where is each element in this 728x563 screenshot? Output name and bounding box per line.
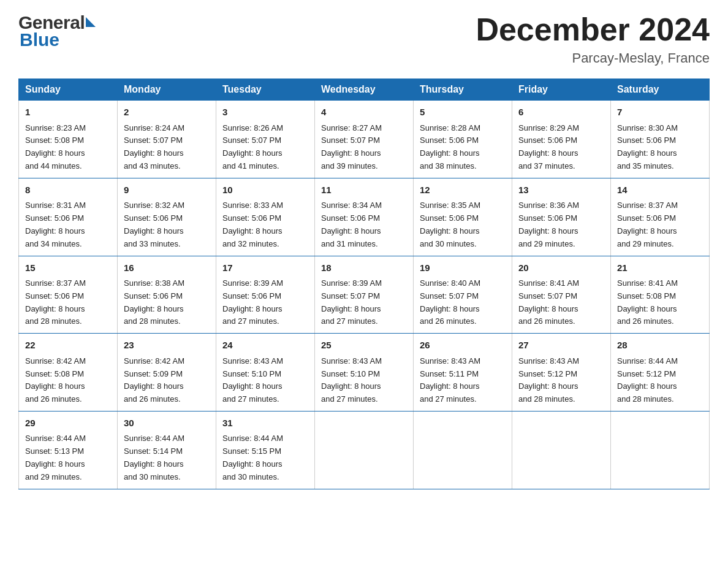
table-row: 18 Sunrise: 8:39 AMSunset: 5:07 PMDaylig… (315, 256, 414, 334)
day-info: Sunrise: 8:43 AMSunset: 5:10 PMDaylight:… (222, 356, 283, 404)
calendar-week-row: 1 Sunrise: 8:23 AMSunset: 5:08 PMDayligh… (19, 101, 710, 178)
table-row: 6 Sunrise: 8:29 AMSunset: 5:06 PMDayligh… (512, 101, 611, 178)
day-number: 12 (420, 183, 506, 197)
day-number: 15 (25, 261, 111, 275)
day-number: 31 (222, 416, 308, 431)
day-info: Sunrise: 8:42 AMSunset: 5:09 PMDaylight:… (124, 356, 184, 404)
month-title: December 2024 (476, 12, 710, 47)
table-row: 10 Sunrise: 8:33 AMSunset: 5:06 PMDaylig… (216, 178, 315, 256)
day-info: Sunrise: 8:44 AMSunset: 5:13 PMDaylight:… (25, 434, 86, 481)
table-row: 9 Sunrise: 8:32 AMSunset: 5:06 PMDayligh… (118, 178, 216, 256)
table-row: 2 Sunrise: 8:24 AMSunset: 5:07 PMDayligh… (118, 101, 216, 178)
day-number: 16 (124, 261, 210, 275)
calendar-week-row: 22 Sunrise: 8:42 AMSunset: 5:08 PMDaylig… (19, 334, 710, 412)
day-number: 29 (25, 416, 111, 431)
day-info: Sunrise: 8:34 AMSunset: 5:06 PMDaylight:… (321, 201, 382, 248)
table-row: 3 Sunrise: 8:26 AMSunset: 5:07 PMDayligh… (216, 101, 315, 178)
table-row: 11 Sunrise: 8:34 AMSunset: 5:06 PMDaylig… (315, 178, 414, 256)
table-row: 4 Sunrise: 8:27 AMSunset: 5:07 PMDayligh… (315, 101, 414, 178)
day-info: Sunrise: 8:40 AMSunset: 5:07 PMDaylight:… (420, 278, 480, 326)
day-info: Sunrise: 8:23 AMSunset: 5:08 PMDaylight:… (25, 123, 86, 170)
table-row (512, 411, 611, 489)
day-number: 30 (124, 416, 210, 431)
day-info: Sunrise: 8:39 AMSunset: 5:06 PMDaylight:… (222, 278, 283, 326)
logo-blue-text: Blue (20, 29, 59, 50)
day-number: 8 (25, 183, 111, 197)
table-row: 8 Sunrise: 8:31 AMSunset: 5:06 PMDayligh… (19, 178, 118, 256)
table-row: 28 Sunrise: 8:44 AMSunset: 5:12 PMDaylig… (611, 334, 710, 412)
table-row: 25 Sunrise: 8:43 AMSunset: 5:10 PMDaylig… (315, 334, 414, 412)
day-info: Sunrise: 8:41 AMSunset: 5:08 PMDaylight:… (617, 278, 678, 326)
day-info: Sunrise: 8:43 AMSunset: 5:11 PMDaylight:… (420, 356, 480, 404)
day-info: Sunrise: 8:28 AMSunset: 5:06 PMDaylight:… (420, 123, 480, 170)
day-number: 25 (321, 339, 407, 353)
column-header-friday: Friday (512, 79, 611, 101)
column-header-tuesday: Tuesday (216, 79, 315, 101)
day-number: 4 (321, 105, 407, 120)
table-row (414, 411, 512, 489)
table-row: 30 Sunrise: 8:44 AMSunset: 5:14 PMDaylig… (118, 411, 216, 489)
table-row: 7 Sunrise: 8:30 AMSunset: 5:06 PMDayligh… (611, 101, 710, 178)
table-row: 16 Sunrise: 8:38 AMSunset: 5:06 PMDaylig… (118, 256, 216, 334)
table-row: 29 Sunrise: 8:44 AMSunset: 5:13 PMDaylig… (19, 411, 118, 489)
day-info: Sunrise: 8:44 AMSunset: 5:12 PMDaylight:… (617, 356, 678, 404)
table-row: 1 Sunrise: 8:23 AMSunset: 5:08 PMDayligh… (19, 101, 118, 178)
table-row: 14 Sunrise: 8:37 AMSunset: 5:06 PMDaylig… (611, 178, 710, 256)
day-number: 18 (321, 261, 407, 275)
day-number: 5 (420, 105, 506, 120)
day-info: Sunrise: 8:31 AMSunset: 5:06 PMDaylight:… (25, 201, 86, 248)
day-number: 9 (124, 183, 210, 197)
calendar-header-row: SundayMondayTuesdayWednesdayThursdayFrid… (19, 79, 710, 101)
day-number: 7 (617, 105, 703, 120)
day-number: 22 (25, 339, 111, 353)
day-number: 10 (222, 183, 308, 197)
table-row: 23 Sunrise: 8:42 AMSunset: 5:09 PMDaylig… (118, 334, 216, 412)
table-row: 5 Sunrise: 8:28 AMSunset: 5:06 PMDayligh… (414, 101, 512, 178)
day-number: 3 (222, 105, 308, 120)
table-row: 21 Sunrise: 8:41 AMSunset: 5:08 PMDaylig… (611, 256, 710, 334)
calendar-week-row: 8 Sunrise: 8:31 AMSunset: 5:06 PMDayligh… (19, 178, 710, 256)
calendar-week-row: 15 Sunrise: 8:37 AMSunset: 5:06 PMDaylig… (19, 256, 710, 334)
day-info: Sunrise: 8:44 AMSunset: 5:14 PMDaylight:… (124, 434, 184, 481)
table-row: 19 Sunrise: 8:40 AMSunset: 5:07 PMDaylig… (414, 256, 512, 334)
page-header: General Blue December 2024 Parcay-Meslay… (18, 12, 710, 66)
day-info: Sunrise: 8:41 AMSunset: 5:07 PMDaylight:… (518, 278, 579, 326)
day-number: 24 (222, 339, 308, 353)
day-number: 11 (321, 183, 407, 197)
day-number: 1 (25, 105, 111, 120)
day-info: Sunrise: 8:33 AMSunset: 5:06 PMDaylight:… (222, 201, 283, 248)
logo: General Blue (18, 12, 96, 50)
day-number: 27 (518, 339, 604, 353)
day-number: 26 (420, 339, 506, 353)
day-number: 2 (124, 105, 210, 120)
table-row: 20 Sunrise: 8:41 AMSunset: 5:07 PMDaylig… (512, 256, 611, 334)
day-number: 13 (518, 183, 604, 197)
table-row: 22 Sunrise: 8:42 AMSunset: 5:08 PMDaylig… (19, 334, 118, 412)
logo-arrow-icon (86, 17, 96, 27)
table-row: 13 Sunrise: 8:36 AMSunset: 5:06 PMDaylig… (512, 178, 611, 256)
table-row (611, 411, 710, 489)
column-header-thursday: Thursday (414, 79, 512, 101)
day-info: Sunrise: 8:26 AMSunset: 5:07 PMDaylight:… (222, 123, 283, 170)
title-section: December 2024 Parcay-Meslay, France (476, 12, 710, 66)
day-info: Sunrise: 8:38 AMSunset: 5:06 PMDaylight:… (124, 278, 184, 326)
day-info: Sunrise: 8:35 AMSunset: 5:06 PMDaylight:… (420, 201, 480, 248)
day-info: Sunrise: 8:43 AMSunset: 5:10 PMDaylight:… (321, 356, 382, 404)
day-info: Sunrise: 8:44 AMSunset: 5:15 PMDaylight:… (222, 434, 283, 481)
column-header-sunday: Sunday (19, 79, 118, 101)
table-row: 27 Sunrise: 8:43 AMSunset: 5:12 PMDaylig… (512, 334, 611, 412)
day-number: 19 (420, 261, 506, 275)
calendar-table: SundayMondayTuesdayWednesdayThursdayFrid… (18, 79, 710, 489)
column-header-wednesday: Wednesday (315, 79, 414, 101)
column-header-monday: Monday (118, 79, 216, 101)
day-number: 20 (518, 261, 604, 275)
day-info: Sunrise: 8:37 AMSunset: 5:06 PMDaylight:… (25, 278, 86, 326)
day-number: 21 (617, 261, 703, 275)
calendar-week-row: 29 Sunrise: 8:44 AMSunset: 5:13 PMDaylig… (19, 411, 710, 489)
day-info: Sunrise: 8:39 AMSunset: 5:07 PMDaylight:… (321, 278, 382, 326)
table-row: 17 Sunrise: 8:39 AMSunset: 5:06 PMDaylig… (216, 256, 315, 334)
day-info: Sunrise: 8:43 AMSunset: 5:12 PMDaylight:… (518, 356, 579, 404)
day-number: 14 (617, 183, 703, 197)
column-header-saturday: Saturday (611, 79, 710, 101)
table-row: 15 Sunrise: 8:37 AMSunset: 5:06 PMDaylig… (19, 256, 118, 334)
